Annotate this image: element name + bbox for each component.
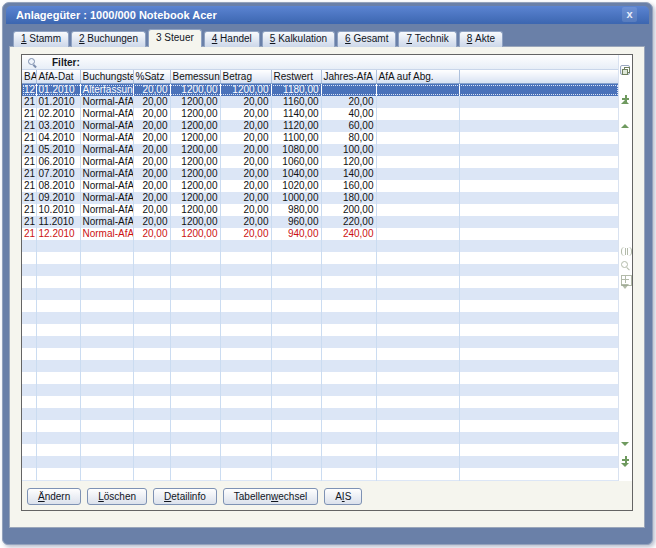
page-up-icon[interactable]	[621, 95, 630, 103]
row-up-icon[interactable]	[621, 107, 630, 115]
empty-row	[22, 276, 619, 288]
empty-row	[22, 420, 619, 432]
column-header[interactable]: BA	[22, 70, 36, 84]
column-header[interactable]: Betrag	[220, 70, 271, 84]
close-icon[interactable]: x	[622, 7, 637, 22]
empty-row	[22, 264, 619, 276]
empty-row	[22, 396, 619, 408]
column-header[interactable]	[459, 70, 619, 84]
empty-row	[22, 432, 619, 444]
table-row[interactable]: 2103.2010Normal-AfA20,001200,0020,001120…	[22, 120, 619, 132]
filter-bar[interactable]: Filter:	[22, 55, 619, 70]
empty-row	[22, 252, 619, 264]
tabellenwechsel-button[interactable]: Tabellenwechsel	[223, 488, 318, 505]
empty-row	[22, 324, 619, 336]
tab-kalkulation[interactable]: 5 Kalkulation	[262, 31, 335, 47]
grid-header-row: BAAfA-DatBuchungstext%SatzBemessungBetra…	[22, 70, 619, 84]
search-tool-icon[interactable]	[621, 261, 630, 270]
column-header[interactable]: Restwert	[271, 70, 321, 84]
empty-row	[22, 300, 619, 312]
ais-button[interactable]: AIS	[324, 488, 362, 505]
fit-columns-icon[interactable]	[621, 247, 632, 256]
column-header[interactable]: Bemessung	[170, 70, 220, 84]
tab-buchungen[interactable]: 2 Buchungen	[71, 31, 146, 47]
table-body: 1201.2010Alterfassung20,001200,001200,00…	[22, 84, 619, 482]
empty-row	[22, 384, 619, 396]
table-row[interactable]: 2105.2010Normal-AfA20,001200,0020,001080…	[22, 144, 619, 156]
table-row[interactable]: 2102.2010Normal-AfA20,001200,0020,001140…	[22, 108, 619, 120]
anlagegueter-window: Anlagegüter : 1000/000 Notebook Acer x 1…	[2, 2, 653, 545]
table-row[interactable]: 2101.2010Normal-AfA20,001200,0020,001160…	[22, 96, 619, 108]
table-row[interactable]: 2112.2010Normal-AfA20,001200,0020,00940,…	[22, 228, 619, 240]
tab-steuer[interactable]: 3 Steuer	[148, 29, 202, 47]
table-row[interactable]: 1201.2010Alterfassung20,001200,001200,00…	[22, 84, 619, 97]
grid-nav-strip	[618, 55, 632, 481]
detailinfo-button[interactable]: Detailinfo	[153, 488, 217, 505]
tab-handel[interactable]: 4 Handel	[204, 31, 260, 47]
empty-row	[22, 372, 619, 384]
empty-row	[22, 444, 619, 456]
titlebar[interactable]: Anlagegüter : 1000/000 Notebook Acer x	[6, 6, 649, 24]
table-row[interactable]: 2108.2010Normal-AfA20,001200,0020,001020…	[22, 180, 619, 192]
empty-row	[22, 312, 619, 324]
empty-row	[22, 240, 619, 252]
table-row[interactable]: 2106.2010Normal-AfA20,001200,0020,001060…	[22, 156, 619, 168]
filter-label: Filter:	[52, 57, 80, 68]
grid-copy-icon[interactable]	[620, 65, 630, 75]
grid-container: Filter: BAAfA-DatBuchungstext%SatzBemess…	[21, 54, 633, 511]
empty-row	[22, 456, 619, 468]
empty-row	[22, 408, 619, 420]
empty-row	[22, 348, 619, 360]
search-icon	[27, 57, 38, 68]
table-row[interactable]: 2104.2010Normal-AfA20,001200,0020,001100…	[22, 132, 619, 144]
empty-row	[22, 288, 619, 300]
table-row[interactable]: 2111.2010Normal-AfA20,001200,0020,00960,…	[22, 216, 619, 228]
empty-row	[22, 480, 619, 481]
table-row[interactable]: 2107.2010Normal-AfA20,001200,0020,001040…	[22, 168, 619, 180]
tab-stamm[interactable]: 1 Stamm	[13, 31, 69, 47]
scroll-to-bottom-icon[interactable]	[621, 467, 630, 475]
filter-tool-icon[interactable]	[621, 289, 630, 298]
row-down-icon[interactable]	[621, 446, 630, 454]
window-title: Anlagegüter : 1000/000 Notebook Acer	[16, 9, 217, 21]
column-header[interactable]: %Satz	[133, 70, 170, 84]
table-row[interactable]: 2110.2010Normal-AfA20,001200,0020,00980,…	[22, 204, 619, 216]
tab-strip: 1 Stamm2 Buchungen3 Steuer4 Handel5 Kalk…	[13, 30, 503, 47]
tab-technik[interactable]: 7 Technik	[398, 31, 456, 47]
tab-gesamt[interactable]: 6 Gesamt	[337, 31, 396, 47]
scroll-to-top-icon[interactable]	[621, 83, 630, 91]
button-bar: ÄndernLöschenDetailinfoTabellenwechselAI…	[22, 482, 632, 510]
aendern-button[interactable]: Ändern	[27, 488, 81, 505]
column-header[interactable]: Jahres-AfA	[321, 70, 376, 84]
grid-zone: BAAfA-DatBuchungstext%SatzBemessungBetra…	[22, 70, 619, 481]
data-grid: BAAfA-DatBuchungstext%SatzBemessungBetra…	[22, 70, 619, 481]
content-panel: Filter: BAAfA-DatBuchungstext%SatzBemess…	[9, 46, 645, 528]
empty-row	[22, 336, 619, 348]
empty-row	[22, 360, 619, 372]
column-header[interactable]: AfA auf Abg.	[376, 70, 459, 84]
column-header[interactable]: Buchungstext	[80, 70, 133, 84]
empty-row	[22, 468, 619, 480]
column-header[interactable]: AfA-Dat	[36, 70, 80, 84]
tab-akte[interactable]: 8 Akte	[459, 31, 503, 47]
loeschen-button[interactable]: Löschen	[87, 488, 147, 505]
table-row[interactable]: 2109.2010Normal-AfA20,001200,0020,001000…	[22, 192, 619, 204]
